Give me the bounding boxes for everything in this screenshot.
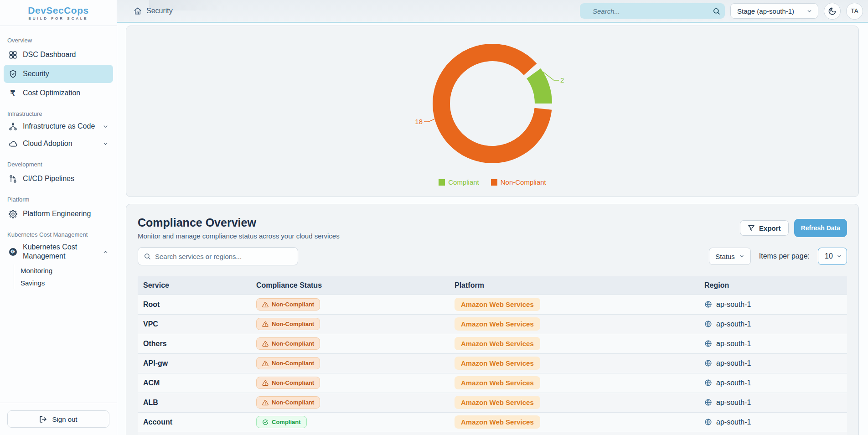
sidebar-item-dsc-dashboard[interactable]: DSC Dashboard <box>4 46 113 64</box>
platform-badge: Amazon Web Services <box>455 357 540 370</box>
globe-icon <box>704 418 712 426</box>
status-badge: Compliant <box>256 416 307 428</box>
globe-icon <box>704 379 712 387</box>
platform-badge: Amazon Web Services <box>455 415 540 429</box>
sign-out-button[interactable]: Sign out <box>7 410 109 428</box>
sidebar-item-ci-cd-pipelines[interactable]: CI/CD Pipelines <box>4 170 113 188</box>
platform-badge: Amazon Web Services <box>455 337 540 350</box>
warning-icon <box>262 301 269 308</box>
chart-legend: Compliant Non-Compliant <box>439 178 546 186</box>
sidebar-section-label: Development <box>7 161 109 168</box>
sidebar-section-label: Platform <box>7 196 109 203</box>
sidebar-item-security[interactable]: Security <box>4 65 113 83</box>
grid-icon <box>8 50 17 59</box>
page-title: Compliance Overview <box>138 216 340 229</box>
chevron-down-icon <box>739 254 744 259</box>
stage-selector-value: Stage (ap-south-1) <box>737 7 794 15</box>
cloud-icon <box>8 139 17 148</box>
sidebar-footer: Sign out <box>0 403 117 435</box>
legend-item-noncompliant[interactable]: Non-Compliant <box>491 178 546 186</box>
column-header-platform: Platform <box>449 276 699 295</box>
export-label: Export <box>759 224 781 232</box>
sidebar-item-label: DSC Dashboard <box>23 51 76 59</box>
legend-swatch-compliant <box>439 179 445 186</box>
sidebar-section-label: Overview <box>7 37 109 44</box>
service-name: Root <box>138 295 251 314</box>
sidebar-item-kubernetes-cost-management[interactable]: ☸Kubernetes Cost Management <box>4 240 113 264</box>
items-per-page-select[interactable]: 10 <box>818 248 847 265</box>
warning-icon <box>262 399 269 406</box>
service-name: API-gw <box>138 353 251 373</box>
table-row: Non-CompliantAmazon Web Servicesap-south… <box>138 432 847 435</box>
sidebar-item-platform-engineering[interactable]: Platform Engineering <box>4 205 113 223</box>
sidebar-item-label: Security <box>23 70 49 78</box>
globe-icon <box>704 359 712 367</box>
region-name: ap-south-1 <box>716 359 751 368</box>
table-row: VPCNon-CompliantAmazon Web Servicesap-so… <box>138 314 847 334</box>
column-header-service: Service <box>138 276 251 295</box>
table-search[interactable] <box>138 247 298 265</box>
platform-badge: Amazon Web Services <box>455 396 540 409</box>
sidebar-item-label: Infrastructure as Code <box>23 122 95 131</box>
breadcrumb-label: Security <box>146 7 173 15</box>
chevron-down-icon <box>103 124 108 129</box>
items-per-page-value: 10 <box>825 252 833 260</box>
region-name: ap-south-1 <box>716 418 751 426</box>
status-badge: Non-Compliant <box>256 337 320 350</box>
sidebar-item-cloud-adoption[interactable]: Cloud Adoption <box>4 135 113 153</box>
column-header-region: Region <box>699 276 847 295</box>
platform-badge: Amazon Web Services <box>455 376 540 389</box>
region-name: ap-south-1 <box>716 340 751 348</box>
search-icon <box>144 253 151 260</box>
donut-label-noncompliant: 18 <box>415 118 423 125</box>
donut-label-compliant: 2 <box>560 76 564 84</box>
platform-badge: Amazon Web Services <box>455 298 540 311</box>
sidebar: DevSecCops BUILD FOR SCALE OverviewDSC D… <box>0 0 117 435</box>
status-badge: Non-Compliant <box>256 298 320 311</box>
region-name: ap-south-1 <box>716 300 751 309</box>
stage-selector[interactable]: Stage (ap-south-1) <box>730 3 818 19</box>
logout-icon <box>39 415 47 423</box>
theme-toggle-button[interactable] <box>824 3 841 20</box>
global-search-input[interactable] <box>580 7 725 15</box>
status-filter-dropdown[interactable]: Status <box>709 248 751 265</box>
breadcrumb[interactable]: Security <box>134 7 173 15</box>
export-button[interactable]: Export <box>740 220 789 236</box>
warning-icon <box>262 341 269 347</box>
shield-check-icon <box>8 69 17 78</box>
brand-logo: DevSecCops BUILD FOR SCALE <box>0 0 117 26</box>
legend-label-noncompliant: Non-Compliant <box>501 178 546 186</box>
items-per-page-label: Items per page: <box>759 252 810 260</box>
search-icon[interactable] <box>713 7 720 15</box>
topbar-right: Stage (ap-south-1) TA <box>580 3 863 20</box>
table-row: RootNon-CompliantAmazon Web Servicesap-s… <box>138 295 847 314</box>
home-icon[interactable] <box>134 7 142 15</box>
refresh-data-button[interactable]: Refresh Data <box>794 219 847 237</box>
region-name: ap-south-1 <box>716 399 751 407</box>
service-name <box>138 432 251 435</box>
sidebar-item-label: Cloud Adoption <box>23 140 72 148</box>
status-badge: Non-Compliant <box>256 396 320 409</box>
sidebar-item-infrastructure-as-code[interactable]: Infrastructure as Code <box>4 119 113 134</box>
sidebar-item-label: CI/CD Pipelines <box>23 175 74 183</box>
compliance-overview-card: Compliance Overview Monitor and manage c… <box>126 204 859 435</box>
sidebar-subitem-savings[interactable]: Savings <box>21 277 113 289</box>
sidebar-item-cost-optimization[interactable]: ₹Cost Optimization <box>4 84 113 102</box>
table-search-input[interactable] <box>155 253 292 260</box>
kubernetes-icon: ☸ <box>8 247 17 256</box>
legend-item-compliant[interactable]: Compliant <box>439 178 479 186</box>
pipeline-icon <box>8 174 17 183</box>
rupee-icon: ₹ <box>8 88 17 98</box>
sidebar-subnav: MonitoringSavings <box>14 264 113 289</box>
avatar[interactable]: TA <box>846 3 863 20</box>
sidebar-subitem-monitoring[interactable]: Monitoring <box>21 264 113 277</box>
chevron-down-icon <box>806 8 812 14</box>
compliance-chart-card: 18 2 Compliant Non-Compliant <box>126 26 859 197</box>
service-name: ALB <box>138 393 251 412</box>
platform-badge: Amazon Web Services <box>455 317 540 331</box>
table-row: ACMNon-CompliantAmazon Web Servicesap-so… <box>138 373 847 393</box>
moon-icon <box>828 7 837 16</box>
sidebar-section-label: Infrastructure <box>7 110 109 117</box>
global-search[interactable] <box>580 3 725 19</box>
service-name: ACM <box>138 373 251 393</box>
